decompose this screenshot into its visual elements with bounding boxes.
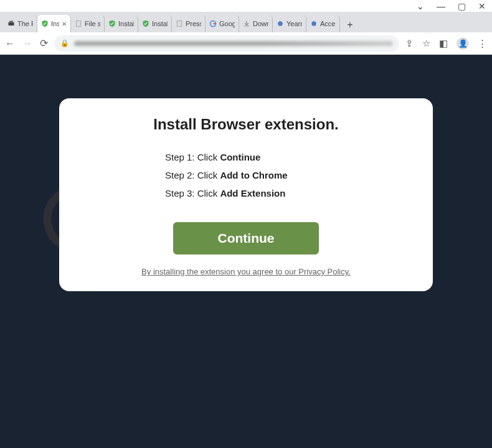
step-prefix: Step 1: Click [165, 152, 220, 162]
tab-9[interactable]: Acces [306, 15, 340, 32]
url-text [74, 41, 393, 46]
tab-1[interactable]: Ins ✕ [37, 15, 71, 32]
steps-list: Step 1: Click Continue Step 2: Click Add… [165, 152, 408, 198]
lock-icon: 🔒 [60, 39, 69, 47]
tab-6[interactable]: Googl [206, 15, 239, 32]
step-3: Step 3: Click Add Extension [165, 188, 408, 198]
tab-title: Acces [320, 20, 336, 27]
bookmark-star-icon[interactable]: ☆ [422, 38, 430, 49]
tab-close-icon[interactable]: ✕ [62, 21, 67, 27]
tab-title: File sh [85, 20, 100, 27]
svg-point-6 [311, 21, 316, 26]
svg-point-5 [278, 21, 283, 26]
reload-button[interactable]: ⟳ [40, 37, 48, 49]
forward-button[interactable]: → [22, 38, 32, 49]
address-bar[interactable]: 🔒 [54, 35, 399, 52]
page-icon [176, 20, 183, 27]
tab-bar: The P Ins ✕ File sh Install Install Pres… [0, 12, 492, 32]
window-close-icon[interactable]: ✕ [478, 2, 486, 11]
gear-icon [310, 20, 318, 27]
nav-arrows: ← → ⟳ [5, 37, 48, 49]
card-title: Install Browser extension. [84, 116, 408, 133]
tab-3[interactable]: Install [105, 15, 138, 32]
tab-title: Ins [51, 20, 59, 27]
tab-7[interactable]: Down [239, 15, 273, 32]
tab-title: Yearn [286, 20, 302, 27]
tab-4[interactable]: Install [138, 15, 172, 32]
toolbar-actions: ⇪ ☆ ◧ 👤 ⋮ [405, 37, 487, 50]
svg-rect-1 [9, 21, 13, 23]
step-prefix: Step 2: Click [165, 170, 220, 180]
back-button[interactable]: ← [5, 38, 15, 49]
tab-2[interactable]: File sh [71, 15, 105, 32]
svg-rect-3 [177, 21, 182, 27]
profile-avatar-icon[interactable]: 👤 [457, 37, 469, 50]
page-viewport: risk.com Install Browser extension. Step… [0, 55, 492, 448]
continue-button[interactable]: Continue [173, 222, 319, 254]
svg-rect-2 [76, 21, 81, 27]
window-maximize-icon[interactable]: ▢ [458, 2, 466, 11]
shield-icon [108, 20, 116, 27]
install-card: Install Browser extension. Step 1: Click… [59, 98, 433, 291]
tab-title: Install [118, 20, 134, 27]
shield-icon [41, 20, 49, 27]
svg-rect-0 [9, 22, 14, 26]
google-icon [209, 20, 217, 27]
share-icon[interactable]: ⇪ [405, 38, 414, 49]
step-action: Add to Chrome [220, 170, 287, 180]
menu-icon[interactable]: ⋮ [478, 38, 487, 49]
window-dropdown-icon[interactable]: ⌄ [417, 2, 424, 11]
step-action: Continue [220, 152, 260, 162]
step-prefix: Step 3: Click [165, 188, 220, 198]
gear-icon [277, 20, 284, 27]
tab-title: Googl [219, 20, 235, 27]
step-1: Step 1: Click Continue [165, 152, 408, 162]
step-2: Step 2: Click Add to Chrome [165, 170, 408, 180]
window-minimize-icon[interactable]: — [437, 2, 445, 11]
extensions-icon[interactable]: ◧ [439, 38, 448, 49]
privacy-policy-link[interactable]: By installing the extension you agree to… [84, 267, 408, 276]
tab-5[interactable]: Press [172, 15, 206, 32]
new-tab-button[interactable]: + [343, 17, 357, 32]
tab-title: Press [186, 20, 201, 27]
tab-title: Install [152, 20, 168, 27]
page-icon [75, 20, 82, 27]
window-controls: ⌄ — ▢ ✕ [0, 0, 492, 12]
step-action: Add Extension [220, 188, 285, 198]
toolbar: ← → ⟳ 🔒 ⇪ ☆ ◧ 👤 ⋮ [0, 32, 492, 55]
printer-icon [7, 20, 15, 27]
tab-8[interactable]: Yearn [273, 15, 306, 32]
shield-icon [142, 20, 149, 27]
tab-title: Down [253, 20, 268, 27]
download-icon [243, 20, 250, 27]
tab-title: The P [17, 20, 33, 27]
tab-0[interactable]: The P [4, 15, 37, 32]
